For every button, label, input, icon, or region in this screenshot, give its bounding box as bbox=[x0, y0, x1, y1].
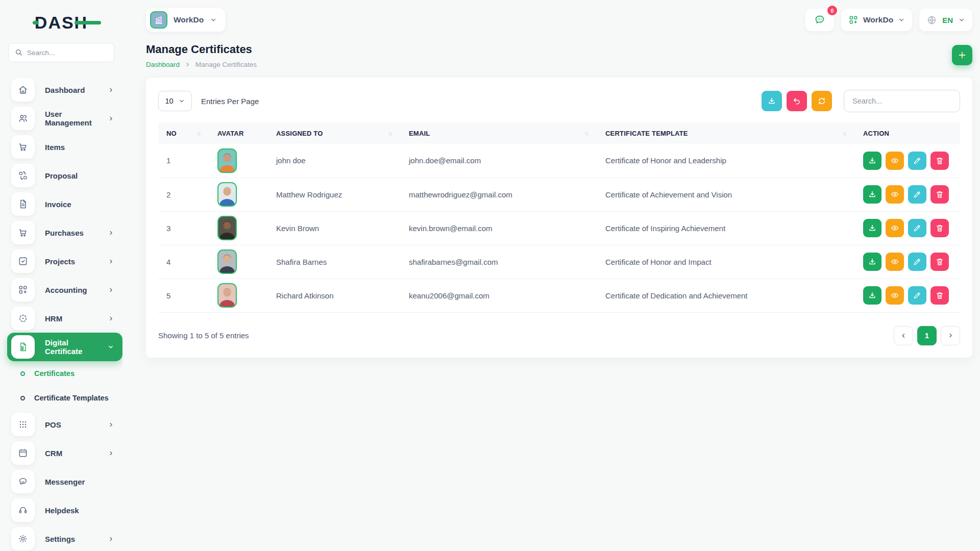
check-square-icon bbox=[11, 249, 35, 273]
sidebar-item-label: HRM bbox=[45, 314, 62, 323]
sidebar-item-projects[interactable]: Projects bbox=[0, 247, 122, 276]
trash-icon bbox=[935, 190, 944, 199]
entries-per-page-select[interactable]: 10 bbox=[158, 91, 192, 111]
column-header-label: ASSIGNED TO bbox=[276, 130, 323, 137]
sidebar-item-label: Purchases bbox=[45, 229, 84, 237]
edit-button[interactable] bbox=[908, 286, 926, 305]
sidebar-search-input[interactable] bbox=[8, 43, 114, 62]
chevron-down-icon bbox=[898, 16, 905, 23]
grid-plus-icon bbox=[848, 15, 859, 25]
headset-icon bbox=[11, 498, 35, 522]
table-row: 4Shafira Barnesshafirabarnes@gmail.comCe… bbox=[158, 245, 960, 279]
logo-accent-bar bbox=[75, 21, 101, 24]
sort-icon[interactable]: ↑↓ bbox=[388, 130, 393, 136]
view-button[interactable] bbox=[886, 152, 904, 170]
sidebar-item-proposal[interactable]: Proposal bbox=[0, 161, 122, 190]
view-button[interactable] bbox=[886, 286, 904, 305]
account-menu[interactable]: WorkDo bbox=[841, 9, 912, 31]
cell-no: 1 bbox=[158, 144, 209, 178]
sidebar-item-user-management[interactable]: User Management bbox=[0, 104, 122, 133]
chevron-down-icon bbox=[210, 16, 217, 23]
column-header-assigned-to[interactable]: ASSIGNED TO↑↓ bbox=[268, 122, 401, 144]
sidebar-item-label: Projects bbox=[45, 257, 75, 266]
download-button[interactable] bbox=[863, 253, 881, 271]
cell-no: 4 bbox=[158, 245, 209, 279]
delete-button[interactable] bbox=[930, 219, 949, 237]
sort-icon[interactable]: ↑↓ bbox=[197, 130, 201, 136]
pagination-prev-button[interactable] bbox=[894, 326, 913, 345]
table-search-input[interactable] bbox=[844, 90, 960, 112]
edit-button[interactable] bbox=[908, 185, 926, 204]
add-certificate-button[interactable] bbox=[952, 45, 972, 65]
sidebar-item-dashboard[interactable]: Dashboard bbox=[0, 76, 122, 104]
workspace-switcher[interactable]: WorkDo bbox=[146, 8, 225, 32]
column-header-no[interactable]: NO↑↓ bbox=[158, 122, 209, 144]
view-button[interactable] bbox=[886, 219, 904, 237]
sidebar-item-pos[interactable]: POS bbox=[0, 410, 122, 439]
gear-icon bbox=[11, 527, 35, 550]
cart-icon bbox=[11, 221, 35, 244]
download-button[interactable] bbox=[863, 286, 881, 305]
delete-button[interactable] bbox=[930, 185, 949, 204]
sidebar-item-settings[interactable]: Settings bbox=[0, 524, 122, 551]
delete-button[interactable] bbox=[930, 253, 949, 271]
download-button[interactable] bbox=[863, 185, 881, 204]
export-button[interactable] bbox=[762, 91, 782, 111]
edit-button[interactable] bbox=[908, 219, 926, 237]
topbar: WorkDo 0 WorkDo EN bbox=[122, 0, 980, 33]
sidebar-search bbox=[8, 43, 114, 62]
download-button[interactable] bbox=[863, 219, 881, 237]
cell-action bbox=[855, 245, 960, 279]
sidebar-item-purchases[interactable]: Purchases bbox=[0, 218, 122, 247]
view-button[interactable] bbox=[886, 253, 904, 271]
sidebar-item-accounting[interactable]: Accounting bbox=[0, 276, 122, 304]
chevron-right-icon bbox=[108, 315, 114, 322]
sidebar-subitem-certificate-templates[interactable]: Certificate Templates bbox=[0, 386, 122, 410]
view-button[interactable] bbox=[886, 185, 904, 204]
undo-button[interactable] bbox=[787, 91, 807, 111]
sidebar-item-digital-certificate[interactable]: Digital Certificate bbox=[7, 333, 122, 361]
cell-email: shafirabarnes@gmail.com bbox=[401, 245, 597, 279]
topbar-right: 0 WorkDo EN bbox=[805, 9, 972, 31]
sidebar-item-helpdesk[interactable]: Helpdesk bbox=[0, 496, 122, 524]
language-menu[interactable]: EN bbox=[919, 9, 972, 31]
sidebar-subitem-certificates[interactable]: Certificates bbox=[0, 361, 122, 386]
column-header-label: NO bbox=[166, 130, 177, 137]
delete-button[interactable] bbox=[930, 286, 949, 305]
avatar bbox=[217, 283, 237, 308]
cell-no: 2 bbox=[158, 178, 209, 211]
pagination-next-button[interactable] bbox=[941, 326, 960, 345]
breadcrumb-dashboard-link[interactable]: Dashboard bbox=[146, 61, 180, 68]
download-button[interactable] bbox=[863, 152, 881, 170]
sort-icon[interactable]: ↑↓ bbox=[584, 130, 589, 136]
main-area: WorkDo 0 WorkDo EN bbox=[122, 0, 980, 551]
pagination-page-1-button[interactable]: 1 bbox=[917, 326, 937, 345]
sidebar-item-crm[interactable]: CRM bbox=[0, 439, 122, 467]
sidebar-item-hrm[interactable]: HRM bbox=[0, 304, 122, 333]
cell-avatar bbox=[209, 279, 268, 312]
sidebar-item-messenger[interactable]: Messenger bbox=[0, 467, 122, 496]
sidebar-item-items[interactable]: Items bbox=[0, 133, 122, 161]
edit-button[interactable] bbox=[908, 253, 926, 271]
sort-icon[interactable]: ↑↓ bbox=[842, 130, 847, 136]
refresh-button[interactable] bbox=[812, 91, 832, 111]
cell-email: kevin.brown@email.com bbox=[401, 211, 597, 245]
cell-avatar bbox=[209, 178, 268, 211]
chevron-right-icon bbox=[184, 61, 191, 68]
sidebar-item-invoice[interactable]: Invoice bbox=[0, 190, 122, 218]
delete-button[interactable] bbox=[930, 152, 949, 170]
cell-action bbox=[855, 178, 960, 211]
eye-icon bbox=[890, 257, 899, 266]
messages-button[interactable]: 0 bbox=[805, 9, 834, 31]
language-label: EN bbox=[942, 16, 953, 24]
entries-summary: Showing 1 to 5 of 5 entries bbox=[158, 331, 249, 340]
messages-badge: 0 bbox=[827, 6, 837, 15]
browser-icon bbox=[11, 441, 35, 465]
edit-button[interactable] bbox=[908, 152, 926, 170]
entries-selected-value: 10 bbox=[165, 97, 173, 105]
card-footer: Showing 1 to 5 of 5 entries 1 bbox=[158, 326, 960, 345]
column-header-email[interactable]: EMAIL↑↓ bbox=[401, 122, 597, 144]
cell-certificate-template: Certificate of Achievement and Vision bbox=[597, 178, 855, 211]
column-header-certificate-template[interactable]: CERTIFICATE TEMPLATE↑↓ bbox=[597, 122, 855, 144]
cell-assigned-to: Richard Atkinson bbox=[268, 279, 401, 312]
